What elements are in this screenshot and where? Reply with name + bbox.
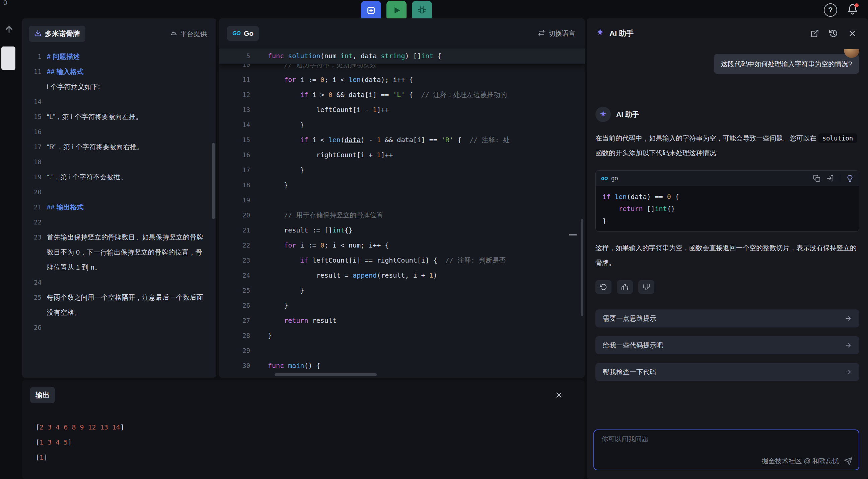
rail-collapsed-tab[interactable] xyxy=(1,46,16,70)
line-number: 18 xyxy=(22,155,41,170)
code-text: for i := 0; i < num; i++ { xyxy=(268,238,389,253)
language-label: Go xyxy=(244,29,253,37)
close-icon xyxy=(555,391,563,399)
send-button[interactable] xyxy=(844,457,852,466)
problem-text: ## 输入格式 xyxy=(47,64,84,79)
suggestion-check-code[interactable]: 帮我检查一下代码 xyxy=(595,363,859,381)
line-number: 22 xyxy=(22,215,41,230)
suggestion-list: 需要一点思路提示 给我一些代码提示吧 帮我检查一下代码 xyxy=(595,309,859,381)
close-ai-panel-button[interactable] xyxy=(848,29,857,38)
go-logo-icon: GO xyxy=(232,30,241,36)
code-text: } xyxy=(602,215,607,227)
watermark: 掘金技术社区 @ 和歌忘忧 xyxy=(762,456,839,466)
code-line: 18 } xyxy=(219,178,585,193)
insert-code-button[interactable] xyxy=(827,175,834,182)
line-number: 16 xyxy=(219,147,250,163)
go-logo-icon: GO xyxy=(601,176,608,181)
export-chat-button[interactable] xyxy=(810,29,819,38)
arrow-up-icon xyxy=(4,25,14,34)
problem-text: i 个字符意义如下: xyxy=(47,79,100,94)
line-number: 26 xyxy=(219,298,250,313)
switch-language-button[interactable]: 切换语言 xyxy=(538,29,575,38)
editor-header: GO Go 切换语言 xyxy=(219,19,585,42)
problem-scrollbar[interactable] xyxy=(212,143,215,219)
thumbs-down-button[interactable] xyxy=(638,280,654,294)
problem-line: i 个字符意义如下: xyxy=(22,79,205,94)
topbar-actions xyxy=(361,1,432,21)
problem-title-badge[interactable]: 多米诺骨牌 xyxy=(29,26,85,42)
insert-code-icon xyxy=(827,175,834,182)
problem-text: # 问题描述 xyxy=(47,49,80,64)
language-badge[interactable]: GO Go xyxy=(227,26,259,41)
problem-line: 11## 输入格式 xyxy=(22,64,205,79)
regenerate-button[interactable] xyxy=(595,280,612,294)
code-text: return []int{} xyxy=(602,203,675,215)
line-number: 5 xyxy=(219,48,250,64)
line-number: 12 xyxy=(219,87,250,102)
code-snippet-body: if len(data) == 0 { return []int{}} xyxy=(596,186,859,232)
code-line: 29 xyxy=(219,343,585,358)
ai-header: AI 助手 xyxy=(587,19,868,41)
problem-text: “L”，第 i 个字符将要被向左推。 xyxy=(47,109,142,125)
problem-text: “R”，第 i 个字符将要被向右推。 xyxy=(47,139,144,155)
problem-header: 多米诺骨牌 平台提供 xyxy=(22,19,216,47)
thumbs-up-button[interactable] xyxy=(617,280,633,294)
add-button[interactable] xyxy=(361,1,381,21)
code-text: } xyxy=(268,298,288,313)
chat-input[interactable] xyxy=(601,435,787,443)
scroll-top-button[interactable] xyxy=(4,25,14,36)
code-line: 28} xyxy=(219,328,585,343)
explain-code-button[interactable] xyxy=(846,175,854,182)
play-icon xyxy=(392,6,401,16)
mountain-logo-icon xyxy=(170,30,177,38)
code-line: 19 xyxy=(219,193,585,208)
debug-button[interactable] xyxy=(412,1,432,21)
suggestion-code-hint[interactable]: 给我一些代码提示吧 xyxy=(595,336,859,354)
code-area[interactable]: 10 // 遍历字符串，更新推动次数11 for i := 0; i < len… xyxy=(219,64,585,378)
problem-line: 20 xyxy=(22,185,205,200)
code-line: [2 3 4 6 8 9 12 13 14] xyxy=(35,420,585,435)
code-line: 24 result = append(result, i + 1) xyxy=(219,268,585,283)
editor-horizontal-scrollbar[interactable] xyxy=(275,373,377,376)
help-button[interactable]: ? xyxy=(824,3,837,17)
notifications-button[interactable] xyxy=(846,3,859,17)
problem-line: 19“.”，第 i 个字符不会被推。 xyxy=(22,170,205,185)
code-text: rightCount[i + 1]++ xyxy=(268,147,393,163)
output-tab[interactable]: 输出 xyxy=(30,387,55,403)
code-snippet-card: GO go if len(data) == 0 { return []int{}… xyxy=(595,170,859,232)
line-number: 1 xyxy=(22,49,41,64)
problem-line: 22 xyxy=(22,215,205,230)
swap-icon xyxy=(538,29,545,38)
problem-line: 24 xyxy=(22,275,205,290)
code-text: } xyxy=(268,328,272,343)
assistant-intro: 在当前的代码中，如果输入的字符串为空，可能会导致一些问题。您可以在 soluti… xyxy=(595,131,859,160)
copy-code-button[interactable] xyxy=(813,175,820,182)
close-output-button[interactable] xyxy=(555,391,563,399)
line-number: 10 xyxy=(219,64,250,72)
ai-assistant-panel: AI 助手 这段代码中如何处理输入字符串为空的情况? AI 助手 在当前的代码中… xyxy=(587,19,868,479)
problem-title: 多米诺骨牌 xyxy=(45,29,80,38)
code-text: [1] xyxy=(35,450,48,465)
code-text: func main() { xyxy=(268,358,320,373)
thumbs-down-icon xyxy=(643,283,650,291)
code-line: if len(data) == 0 { xyxy=(602,191,852,203)
line-number: 27 xyxy=(219,313,250,328)
snippet-language-label: go xyxy=(611,175,618,182)
suggestion-hint[interactable]: 需要一点思路提示 xyxy=(595,309,859,328)
editor-vertical-scrollbar[interactable] xyxy=(581,219,583,316)
code-text: // 用于存储保持竖立的骨牌位置 xyxy=(268,208,383,223)
copy-icon xyxy=(813,175,820,182)
code-text: if i > 0 && data[i] == 'L' { // 注释：处理左边被… xyxy=(268,87,507,102)
rail-label: 0 xyxy=(3,0,7,7)
topbar-right: ? xyxy=(824,3,859,17)
code-text: } xyxy=(268,163,304,178)
assistant-intro-pre: 在当前的代码中，如果输入的字符串为空，可能会导致一些问题。您可以在 xyxy=(595,134,818,142)
code-line: [1] xyxy=(35,450,585,465)
history-button[interactable] xyxy=(829,29,838,38)
editor-panel: GO Go 切换语言 5func solution(num int, data … xyxy=(219,19,585,378)
problem-text: 首先输出保持竖立的骨牌数目。如果保持竖立的骨牌数目不为 0，下一行输出保持竖立的… xyxy=(47,230,205,275)
run-button[interactable] xyxy=(386,1,407,21)
suggestion-label: 给我一些代码提示吧 xyxy=(603,341,663,350)
assistant-outro: 这样，如果输入的字符串为空，函数会直接返回一个空的整数切片，表示没有保持竖立的骨… xyxy=(595,240,859,270)
assistant-avatar xyxy=(595,107,611,122)
